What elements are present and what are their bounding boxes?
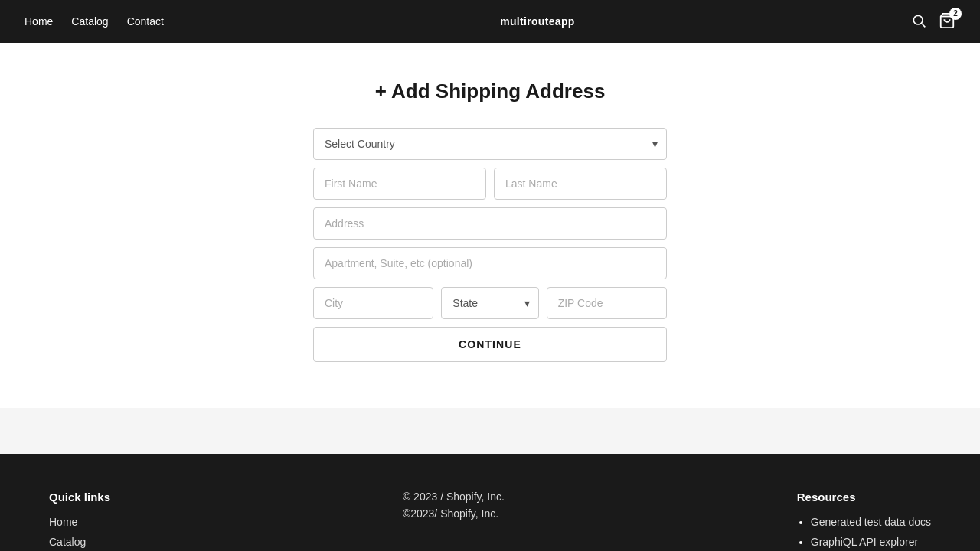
continue-button[interactable]: CONTINUE	[313, 327, 667, 362]
footer-center-col: © 2023 / Shopify, Inc. ©2023/ Shopify, I…	[403, 491, 505, 551]
footer-resources: Resources Generated test data docs Graph…	[797, 491, 931, 551]
nav-actions: 2	[911, 12, 956, 31]
main-content: + Add Shipping Address Select Country St…	[0, 43, 980, 408]
footer-catalog-link[interactable]: Catalog	[49, 536, 110, 548]
svg-point-0	[913, 15, 923, 24]
page-title: + Add Shipping Address	[15, 80, 965, 103]
footer-quick-links: Quick links Home Catalog Contact	[49, 491, 110, 551]
zip-input[interactable]	[547, 287, 667, 319]
footer-copyright-center: © 2023 / Shopify, Inc.	[403, 491, 505, 503]
svg-line-1	[922, 23, 926, 27]
nav-catalog-link[interactable]: Catalog	[71, 15, 108, 28]
cart-count-badge: 2	[949, 8, 962, 20]
brand-logo[interactable]: multirouteapp	[500, 15, 575, 28]
resources-heading: Resources	[797, 491, 931, 504]
footer-columns: Quick links Home Catalog Contact © 2023 …	[49, 491, 931, 551]
city-input[interactable]	[313, 287, 433, 319]
footer-copyright-center2: ©2023/ Shopify, Inc.	[403, 507, 505, 520]
address-input[interactable]	[313, 207, 667, 240]
nav-contact-link[interactable]: Contact	[127, 15, 164, 28]
cart-icon[interactable]: 2	[939, 12, 956, 31]
state-select-wrapper: State	[441, 287, 538, 319]
country-select-wrapper: Select Country	[313, 128, 667, 160]
section-divider	[0, 408, 980, 454]
quick-links-heading: Quick links	[49, 491, 110, 504]
last-name-input[interactable]	[494, 168, 667, 200]
country-select[interactable]: Select Country	[313, 128, 667, 160]
first-name-input[interactable]	[313, 168, 486, 200]
nav-links-left: Home Catalog Contact	[24, 15, 164, 28]
resources-list-item: Generated test data docs	[811, 516, 931, 528]
apartment-input[interactable]	[313, 247, 667, 279]
graphiql-api-link[interactable]: GraphiQL API explorer	[811, 536, 931, 548]
search-icon[interactable]	[911, 13, 926, 31]
footer: Quick links Home Catalog Contact © 2023 …	[0, 454, 980, 551]
state-select[interactable]: State	[441, 287, 538, 319]
shipping-address-form: Select Country State CONTINUE	[313, 128, 667, 362]
generated-test-data-link[interactable]: Generated test data docs	[811, 516, 931, 528]
navbar: Home Catalog Contact multirouteapp 2	[0, 0, 980, 43]
name-row	[313, 168, 667, 200]
footer-home-link[interactable]: Home	[49, 516, 110, 528]
nav-home-link[interactable]: Home	[24, 15, 53, 28]
resources-list-item: GraphiQL API explorer	[811, 536, 931, 548]
resources-list: Generated test data docs GraphiQL API ex…	[797, 516, 931, 548]
city-state-zip-row: State	[313, 287, 667, 319]
